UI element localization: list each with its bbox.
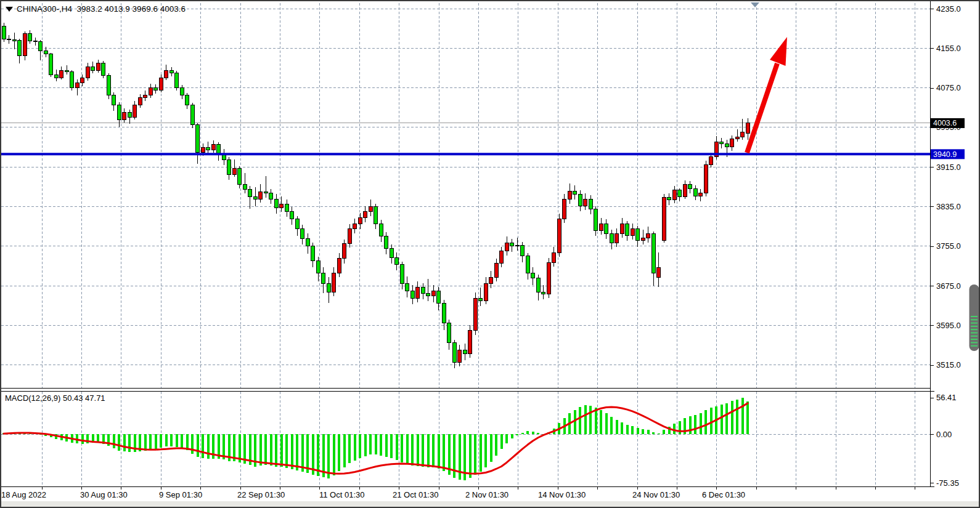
time-axis-label[interactable]: 14 Nov 01:30 [538,490,586,499]
macd-bar [689,416,692,434]
candle [28,34,32,41]
chart-plot-area[interactable]: 4235.04155.04075.03995.03915.03835.03755… [0,0,980,508]
macd-indicator-label: MACD(12,26,9) 50.43 47.71 [5,393,105,403]
candle [651,234,655,273]
mt4-chart-window: 4235.04155.04075.03995.03915.03835.03755… [0,0,980,508]
time-axis-label[interactable]: 11 Oct 01:30 [319,490,364,499]
macd-bar [511,434,513,438]
candle [400,264,404,283]
price-axis-label[interactable]: 4075.0 [936,83,961,92]
candle [44,50,47,54]
candle [735,137,739,139]
time-axis-label[interactable]: 24 Nov 01:30 [632,490,680,499]
time-axis-label[interactable]: 22 Sep 01:30 [237,490,285,499]
candle [626,224,629,236]
macd-bar [275,434,277,467]
macd-bar [422,434,424,467]
candle [248,189,252,196]
candle [117,105,121,120]
candle [60,70,63,78]
candle [159,78,163,91]
macd-bar [401,434,403,462]
time-axis-label[interactable]: 21 Oct 01:30 [393,490,438,499]
candle [144,95,147,98]
candle [605,224,608,234]
candle [599,224,603,231]
macd-axis-label[interactable]: 0.00 [936,430,952,439]
macd-axis-label[interactable]: -75.35 [936,478,959,488]
price-axis-label[interactable]: 4155.0 [936,44,961,53]
time-axis-label[interactable]: 2 Nov 01:30 [465,490,508,499]
time-axis-label[interactable]: 6 Dec 01:30 [702,490,745,499]
macd-bar [343,434,346,467]
candle [437,291,441,303]
candle [175,73,179,87]
macd-bar [160,434,162,448]
macd-bar [155,434,157,449]
candle [91,67,95,70]
macd-bar [736,400,738,434]
macd-bar [432,434,435,467]
candle [374,206,378,224]
macd-bar [207,434,210,459]
macd-bar [626,425,629,434]
price-axis-label[interactable]: 3675.0 [936,281,961,291]
candle [458,350,462,362]
price-axis-label[interactable]: 4235.0 [936,4,961,14]
macd-axis-label[interactable]: 56.41 [936,393,957,402]
price-axis-label[interactable]: 3755.0 [936,241,961,251]
candle [526,256,529,273]
macd-bar [181,434,183,448]
candle [86,67,89,78]
candle [657,267,661,277]
candle [668,197,671,200]
price-tag-level-text: 3940.9 [933,150,957,159]
macd-bar [584,405,587,434]
macd-bar [144,434,147,451]
candle [75,83,79,88]
macd-bar [637,428,639,434]
candle [704,164,708,193]
candle [23,34,27,55]
candle [259,192,263,199]
price-axis-label[interactable]: 3835.0 [936,202,961,211]
macd-bar [176,434,178,447]
candle [18,40,22,55]
candle [190,105,194,125]
candle [578,194,582,206]
macd-bar [359,434,361,458]
macd-bar [610,417,613,434]
price-axis-label[interactable]: 3915.0 [936,163,961,172]
candle [542,292,545,294]
time-axis-label[interactable]: 9 Sep 01:30 [159,490,202,499]
price-axis-label[interactable]: 3595.0 [936,321,961,330]
candle [463,350,467,353]
macd-bar [406,434,409,464]
macd-bar [306,434,309,473]
candle [589,199,592,209]
candle [238,169,242,185]
candle [741,132,745,137]
macd-bar [490,434,492,462]
candle [128,113,131,118]
candle [709,156,713,164]
macd-bar [480,434,482,472]
symbol-dropdown-icon[interactable] [6,7,13,12]
candle [253,196,257,199]
candle [410,291,414,298]
macd-bar [621,422,623,434]
window-background [0,0,980,508]
scroll-indicator[interactable] [970,284,979,351]
candle [343,244,346,259]
macd-bar [537,433,539,434]
candle [12,40,16,41]
price-axis-label[interactable]: 3515.0 [936,360,961,369]
candle [584,199,587,206]
macd-bar [721,405,723,434]
time-axis-label[interactable]: 30 Aug 01:30 [80,490,128,499]
macd-bar [658,433,660,434]
time-axis-label[interactable]: 18 Aug 2022 [1,490,46,499]
candle [149,88,152,95]
candle [725,143,729,147]
macd-bar [579,407,581,434]
